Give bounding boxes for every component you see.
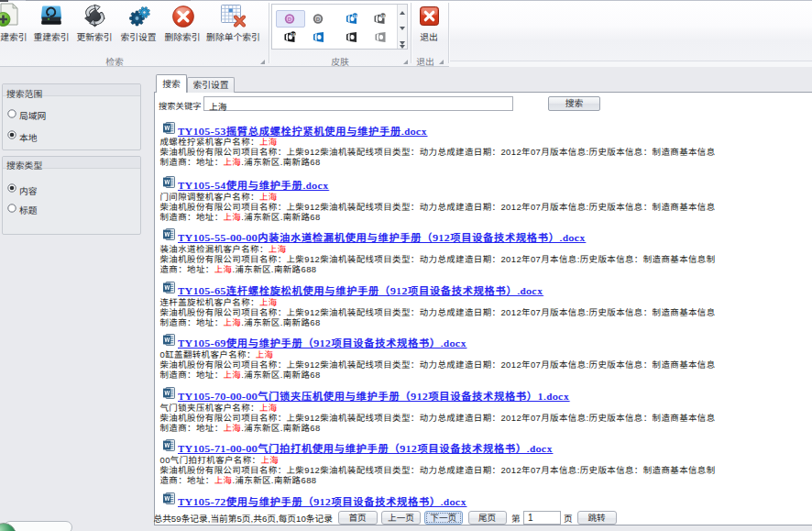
svg-text:16: 16 [381, 14, 386, 18]
svg-text:D: D [288, 17, 292, 22]
svg-text:16: 16 [353, 14, 357, 18]
svg-text:D: D [316, 17, 321, 22]
svg-text:16: 16 [291, 32, 296, 37]
